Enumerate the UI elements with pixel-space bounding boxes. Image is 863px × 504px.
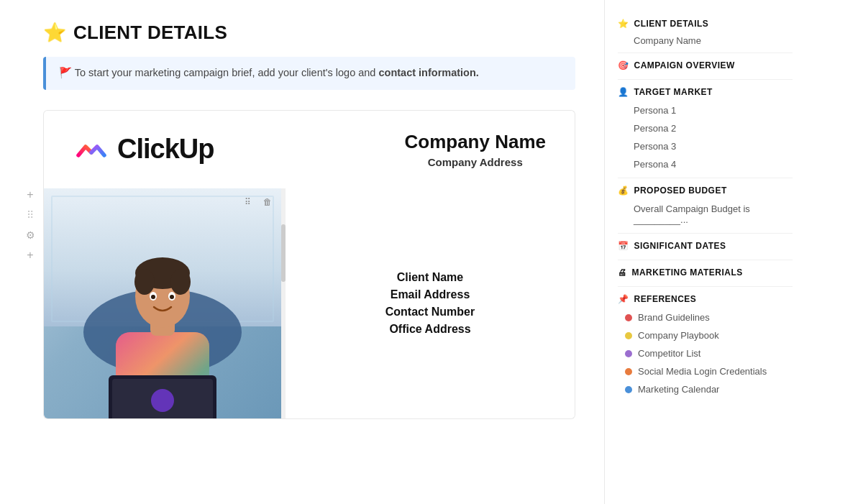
sidebar-heading-campaign[interactable]: 🎯 CAMPAIGN OVERVIEW: [618, 56, 793, 75]
divider-4: [618, 233, 793, 234]
sidebar-dates-label: SIGNIFICANT DATES: [634, 241, 726, 251]
banner-text-before: To start your marketing campaign brief, …: [75, 67, 379, 78]
email-address: Email Address: [391, 288, 470, 301]
sidebar-money-icon: 💰: [618, 185, 629, 196]
sidebar-client-details-label: CLIENT DETAILS: [634, 19, 708, 29]
sidebar-budget-line[interactable]: Overall Campaign Budget is _________...: [618, 200, 793, 229]
sidebar-budget-label: PROPOSED BUDGET: [634, 185, 726, 196]
svg-point-13: [151, 295, 155, 299]
ref-marketing-calendar[interactable]: Marketing Calendar: [618, 380, 793, 398]
image-delete-button[interactable]: 🗑: [260, 194, 275, 210]
sidebar-section-dates: 📅 SIGNIFICANT DATES: [618, 237, 793, 255]
add-block-button[interactable]: +: [23, 188, 37, 202]
sidebar-company-name[interactable]: Company Name: [618, 33, 793, 48]
drag-handle[interactable]: ⠿: [23, 208, 37, 222]
contact-info: Client Name Email Address Contact Number…: [286, 188, 575, 418]
divider-5: [618, 260, 793, 260]
sidebar-target-market-label: TARGET MARKET: [634, 87, 712, 97]
ref-brand-guidelines[interactable]: Brand Guidelines: [618, 308, 793, 326]
sidebar-section-campaign: 🎯 CAMPAIGN OVERVIEW: [618, 56, 793, 75]
sidebar-heading-references[interactable]: 📌 REFERENCES: [618, 290, 793, 308]
sidebar-heading-client-details[interactable]: ⭐ CLIENT DETAILS: [618, 14, 793, 33]
sidebar-pin-icon: 📌: [618, 294, 629, 304]
company-address: Company Address: [405, 156, 547, 168]
sidebar-persona-3[interactable]: Persona 3: [618, 137, 793, 155]
sidebar-target-icon: 🎯: [618, 60, 629, 70]
sidebar: ⭐ CLIENT DETAILS Company Name 🎯 CAMPAIGN…: [604, 0, 805, 504]
svg-point-10: [170, 269, 191, 295]
sidebar-calendar-icon: 📅: [618, 241, 629, 251]
ref-brand-label: Brand Guidelines: [638, 312, 710, 323]
divider-2: [618, 79, 793, 80]
office-address: Office Address: [389, 323, 470, 336]
ref-dot-calendar: [625, 386, 632, 393]
flag-icon: 🚩: [59, 67, 72, 78]
banner-text-bold: contact information.: [378, 67, 478, 78]
ref-dot-brand: [625, 314, 632, 321]
sidebar-references-label: REFERENCES: [634, 294, 696, 304]
sidebar-marketing-label: MARKETING MATERIALS: [631, 267, 742, 278]
sidebar-persona-4[interactable]: Persona 4: [618, 155, 793, 173]
company-logo: ClickUp: [73, 131, 214, 168]
sidebar-section-references: 📌 REFERENCES Brand Guidelines Company Pl…: [618, 290, 793, 398]
company-info: Company Name Company Address: [405, 131, 547, 168]
svg-point-5: [151, 389, 174, 412]
add-block-button-2[interactable]: +: [23, 248, 37, 262]
client-card-body: ⠿ 🗑: [43, 188, 575, 419]
divider-3: [618, 178, 793, 178]
clickup-logo-text: ClickUp: [117, 134, 214, 165]
page-title: CLIENT DETAILS: [73, 22, 227, 44]
divider-1: [618, 52, 793, 53]
sidebar-person-icon: 👤: [618, 87, 629, 97]
image-controls: ⠿ 🗑: [239, 194, 275, 210]
ref-competitor-list[interactable]: Competitor List: [618, 344, 793, 362]
sidebar-campaign-label: CAMPAIGN OVERVIEW: [634, 60, 734, 70]
sidebar-persona-1[interactable]: Persona 1: [618, 101, 793, 119]
ref-dot-social: [625, 368, 632, 375]
company-name: Company Name: [405, 131, 547, 153]
image-drag-handle[interactable]: ⠿: [239, 194, 255, 210]
star-icon: ⭐: [43, 22, 66, 44]
info-banner: 🚩 To start your marketing campaign brief…: [43, 57, 575, 90]
svg-point-14: [170, 295, 174, 299]
ref-competitor-label: Competitor List: [638, 348, 700, 359]
client-name: Client Name: [397, 271, 463, 284]
sidebar-persona-2[interactable]: Persona 2: [618, 119, 793, 137]
page-title-section: ⭐ CLIENT DETAILS: [43, 22, 575, 44]
sidebar-printer-icon: 🖨: [618, 267, 626, 278]
settings-button[interactable]: ⚙: [23, 228, 37, 242]
person-svg: [44, 188, 281, 418]
left-controls: + ⠿ ⚙ +: [23, 188, 37, 262]
ref-calendar-label: Marketing Calendar: [638, 384, 719, 395]
person-photo: [44, 188, 281, 418]
ref-playbook-label: Company Playbook: [638, 330, 719, 341]
ref-social-label: Social Media Login Credentials: [638, 366, 767, 377]
sidebar-heading-dates[interactable]: 📅 SIGNIFICANT DATES: [618, 237, 793, 255]
sidebar-heading-target-market[interactable]: 👤 TARGET MARKET: [618, 83, 793, 101]
sidebar-heading-marketing[interactable]: 🖨 MARKETING MATERIALS: [618, 263, 793, 282]
ref-social-media[interactable]: Social Media Login Credentials: [618, 362, 793, 380]
ref-dot-competitor: [625, 350, 632, 357]
contact-number: Contact Number: [385, 306, 475, 319]
sidebar-section-budget: 💰 PROPOSED BUDGET Overall Campaign Budge…: [618, 181, 793, 229]
svg-point-9: [134, 269, 155, 295]
clickup-logo-svg: [73, 131, 110, 168]
client-image-area: ⠿ 🗑: [44, 188, 281, 418]
sidebar-star-icon: ⭐: [618, 19, 629, 29]
sidebar-section-client-details: ⭐ CLIENT DETAILS Company Name: [618, 14, 793, 48]
scroll-bar[interactable]: [281, 188, 286, 418]
sidebar-section-target-market: 👤 TARGET MARKET Persona 1 Persona 2 Pers…: [618, 83, 793, 173]
sidebar-heading-budget[interactable]: 💰 PROPOSED BUDGET: [618, 181, 793, 200]
scroll-thumb[interactable]: [281, 224, 286, 282]
ref-dot-playbook: [625, 332, 632, 339]
ref-company-playbook[interactable]: Company Playbook: [618, 326, 793, 344]
client-card-header: ClickUp Company Name Company Address: [43, 110, 575, 188]
sidebar-section-marketing: 🖨 MARKETING MATERIALS: [618, 263, 793, 282]
divider-6: [618, 286, 793, 287]
